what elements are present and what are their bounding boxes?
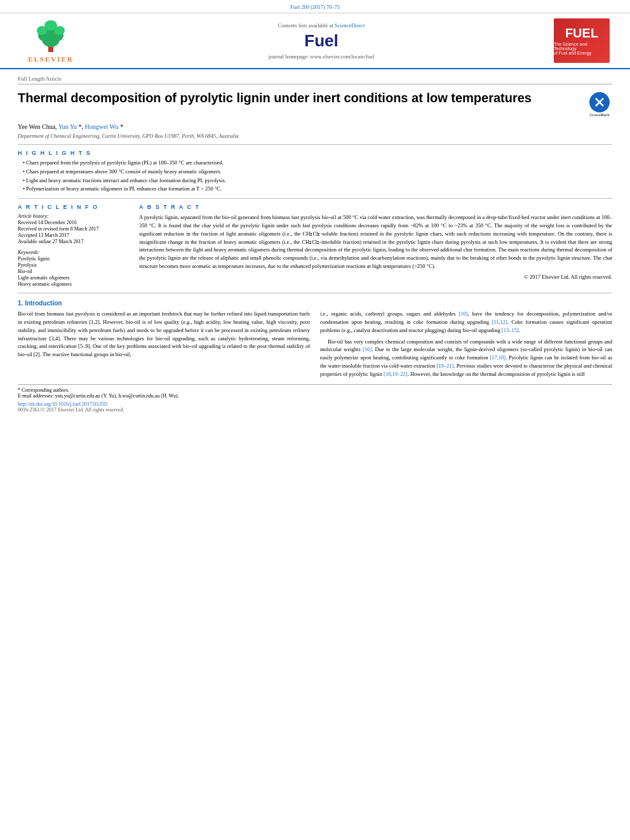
ref-10[interactable]: [10]	[459, 310, 467, 317]
info-abstract-row: A R T I C L E I N F O Article history: R…	[18, 204, 612, 288]
accepted-date: Accepted 13 March 2017	[18, 232, 129, 238]
ref-16-19-22[interactable]: [16,19–22]	[384, 371, 408, 377]
journal-header: ELSEVIER Contents lists available at Sci…	[0, 13, 630, 69]
article-title-row: Thermal decomposition of pyrolytic ligni…	[18, 90, 612, 118]
section-1-body: Bio-oil from biomass fast pyrolysis is c…	[18, 310, 612, 378]
svg-point-7	[44, 20, 57, 30]
doi-line[interactable]: http://dx.doi.org/10.1016/j.fuel.2017.03…	[18, 401, 612, 407]
citation-bar: Fuel 200 (2017) 70–75	[0, 0, 630, 13]
issn-line: 0016-2361/© 2017 Elsevier Ltd. All right…	[18, 407, 612, 413]
fuel-logo-subtitle: The Science and Technologyof Fuel and En…	[554, 42, 610, 55]
abstract-title: A B S T R A C T	[139, 204, 612, 210]
journal-info-center: Contents lists available at ScienceDirec…	[89, 22, 554, 60]
email-addresses: yun.yu@curtin.edu.au (Y. Yu), h.wu@curti…	[55, 393, 179, 399]
section-1-col1: Bio-oil from biomass fast pyrolysis is c…	[18, 310, 310, 378]
author-yu[interactable]: Yun Yu	[58, 123, 77, 130]
highlights-title: H I G H L I G H T S	[18, 150, 612, 156]
elsevier-tree-icon	[32, 19, 70, 54]
highlights-section: H I G H L I G H T S Chars prepared from …	[18, 150, 612, 194]
highlight-item: Chars prepared at temperatures above 300…	[23, 168, 612, 176]
section-1-col2: i.e., organic acids, carbonyl groups, su…	[320, 310, 612, 378]
section-1: 1. Introduction Bio-oil from biomass fas…	[18, 300, 612, 378]
ref-19-21[interactable]: [19–21]	[436, 363, 453, 369]
article-info-col: A R T I C L E I N F O Article history: R…	[18, 204, 129, 288]
keywords-section: Keywords: Pyrolytic lignin Pyrolysis Bio…	[18, 250, 129, 287]
fuel-logo-text: FUEL	[565, 26, 598, 41]
sciencedirect-line: Contents lists available at ScienceDirec…	[89, 22, 554, 29]
received-revised-date: Received in revised form 8 March 2017	[18, 226, 129, 232]
highlight-item: Light and heavy aromatic fractions inter…	[23, 177, 612, 185]
crossmark-icon[interactable]	[589, 92, 610, 112]
keyword-item: Pyrolysis	[18, 262, 129, 268]
keyword-item: Heavy aromatic oligomers	[18, 281, 129, 287]
main-content: Full Length Article Thermal decompositio…	[0, 69, 630, 419]
elsevier-logo-area: ELSEVIER	[13, 19, 89, 63]
section-1-title: 1. Introduction	[18, 300, 612, 307]
email-line: E-mail addresses: yun.yu@curtin.edu.au (…	[18, 393, 612, 399]
elsevier-wordmark: ELSEVIER	[28, 55, 74, 63]
sciencedirect-link[interactable]: ScienceDirect	[335, 22, 365, 29]
ref-13-15[interactable]: [13–15]	[502, 327, 519, 333]
journal-homepage: journal homepage: www.elsevier.com/locat…	[89, 53, 554, 60]
author-wu[interactable]: Hongwei Wu	[85, 123, 119, 130]
divider-2	[18, 198, 612, 199]
keyword-item: Pyrolytic lignin	[18, 256, 129, 262]
highlight-item: Polymerization of heavy aromatic oligome…	[23, 185, 612, 193]
elsevier-logo: ELSEVIER	[13, 19, 89, 63]
ref-17-18[interactable]: [17,18]	[490, 354, 506, 361]
keyword-item: Light aromatic oligomers	[18, 275, 129, 281]
section-1-col2-text: i.e., organic acids, carbonyl groups, su…	[320, 310, 612, 334]
section-1-col2-para2: Bio-oil has very complex chemical compos…	[320, 338, 612, 378]
crossmark-area: CrossMark	[587, 92, 612, 118]
corresponding-note: * Corresponding authors.	[18, 387, 612, 393]
keywords-label: Keywords:	[18, 250, 129, 255]
footnote-area: * Corresponding authors. E-mail addresse…	[18, 384, 612, 399]
ref-16[interactable]: [16]	[363, 346, 372, 352]
keyword-item: Bio-oil	[18, 269, 129, 274]
section-1-col1-text: Bio-oil from biomass fast pyrolysis is c…	[18, 310, 310, 359]
ref-11-12[interactable]: [11,12]	[492, 319, 507, 325]
divider-3	[18, 293, 612, 293]
journal-title: Fuel	[89, 31, 554, 51]
divider-1	[18, 144, 612, 145]
fuel-logo: FUEL The Science and Technologyof Fuel a…	[554, 18, 610, 63]
author-chua: Yee Wen Chua,	[18, 123, 58, 130]
abstract-col: A B S T R A C T A pyrolytic lignin, sepa…	[139, 204, 612, 288]
copyright-line: © 2017 Elsevier Ltd. All rights reserved…	[139, 273, 612, 281]
journal-logo-right: FUEL The Science and Technologyof Fuel a…	[554, 18, 617, 63]
page: Fuel 200 (2017) 70–75 ELSEVIER C	[0, 0, 630, 840]
abstract-text: A pyrolytic lignin, separated from the b…	[139, 213, 612, 281]
highlight-item: Chars prepared from the pyrolysis of pyr…	[23, 159, 612, 167]
authors-line: Yee Wen Chua, Yun Yu *, Hongwei Wu *	[18, 123, 612, 130]
article-title-text: Thermal decomposition of pyrolytic ligni…	[18, 90, 580, 106]
received-date: Received 14 December 2016	[18, 220, 129, 225]
article-type: Full Length Article	[18, 76, 612, 84]
citation-text: Fuel 200 (2017) 70–75	[290, 4, 340, 10]
crossmark-label: CrossMark	[589, 113, 609, 118]
article-history: Article history: Received 14 December 20…	[18, 213, 129, 244]
article-info-title: A R T I C L E I N F O	[18, 204, 129, 210]
email-label: E-mail addresses:	[18, 393, 54, 399]
affiliation: Department of Chemical Engineering, Curt…	[18, 133, 612, 139]
available-date: Available online 27 March 2017	[18, 239, 129, 244]
history-label: Article history:	[18, 213, 129, 219]
